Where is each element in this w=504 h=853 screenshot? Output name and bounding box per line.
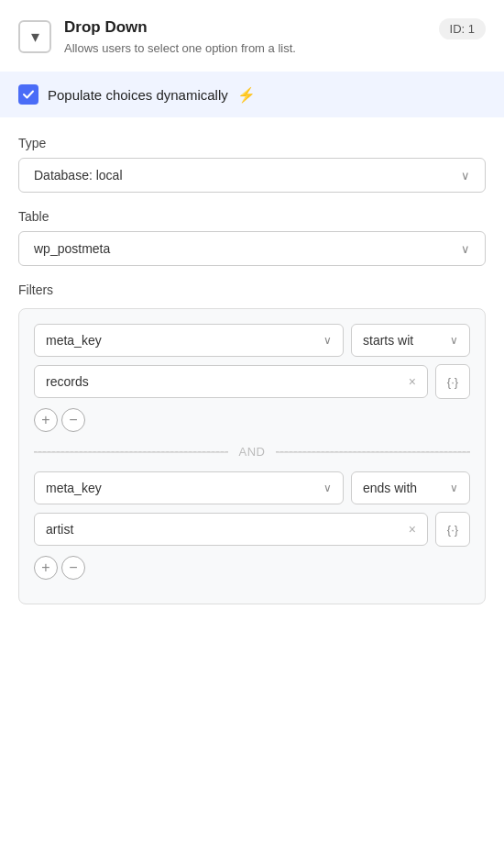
table-select[interactable]: wp_postmeta ∨ [18,231,486,266]
filter-2-operator-chevron: ∨ [450,482,458,494]
filter-2-field-chevron: ∨ [323,482,332,494]
filter-1-top: meta_key ∨ starts wit ∨ [34,324,470,357]
dropdown-symbol: ▾ [31,27,39,47]
filter-2-value-row: artist × {·} [34,512,470,547]
filter-1-input[interactable]: records × [34,365,428,398]
filter-1-field-value: meta_key [46,333,102,348]
filter-2-add-btn[interactable]: + [34,556,58,580]
table-chevron: ∨ [461,242,470,256]
filter-2-input[interactable]: artist × [34,513,428,546]
filter-2-add-remove: + − [34,556,470,580]
filter-2-json-btn[interactable]: {·} [435,512,470,547]
filter-1-operator-value: starts wit [363,333,413,348]
populate-label: Populate choices dynamically [48,87,228,103]
form-section: Type Database: local ∨ Table wp_postmeta… [0,136,504,604]
dropdown-icon: ▾ [18,20,51,53]
filter-2-field-select[interactable]: meta_key ∨ [34,471,344,504]
checkmark-icon [22,88,35,101]
and-label: AND [239,445,266,459]
id-badge: ID: 1 [439,18,486,39]
table-label: Table [18,209,486,224]
type-select[interactable]: Database: local ∨ [18,158,486,193]
filters-container: meta_key ∨ starts wit ∨ records × {·} + … [18,308,486,604]
filter-2-remove-btn[interactable]: − [61,556,85,580]
type-value: Database: local [34,168,123,183]
lightning-icon: ⚡ [237,86,256,104]
table-value: wp_postmeta [34,241,110,256]
populate-checkbox-row[interactable]: Populate choices dynamically ⚡ [0,72,504,117]
type-label: Type [18,136,486,150]
filters-label: Filters [18,282,486,297]
filter-1-json-btn[interactable]: {·} [435,364,470,399]
filter-1-field-select[interactable]: meta_key ∨ [34,324,344,357]
filter-row-2: meta_key ∨ ends with ∨ artist × {·} + − [34,471,470,580]
filter-1-add-remove: + − [34,408,470,432]
filter-2-input-value: artist [46,522,73,537]
filter-1-value-row: records × {·} [34,364,470,399]
filter-row-1: meta_key ∨ starts wit ∨ records × {·} + … [34,324,470,432]
and-divider: AND [34,445,470,459]
header: ▾ Drop Down Allows users to select one o… [0,0,504,72]
filter-1-remove-btn[interactable]: − [61,408,85,432]
filter-1-operator-chevron: ∨ [450,334,458,347]
filter-1-operator-select[interactable]: starts wit ∨ [351,324,470,357]
component-description: Allows users to select one option from a… [64,40,296,57]
filter-1-input-value: records [46,374,89,389]
checkbox-icon[interactable] [18,84,38,105]
filter-1-field-chevron: ∨ [323,334,332,347]
component-title: Drop Down [64,18,296,37]
filter-2-clear[interactable]: × [409,522,416,537]
filter-1-add-btn[interactable]: + [34,408,58,432]
filter-2-top: meta_key ∨ ends with ∨ [34,471,470,504]
type-chevron: ∨ [461,169,470,183]
filter-1-clear[interactable]: × [409,374,416,389]
filter-2-operator-select[interactable]: ends with ∨ [351,471,470,504]
filter-2-field-value: meta_key [46,481,102,495]
filter-2-operator-value: ends with [363,481,417,495]
header-text: Drop Down Allows users to select one opt… [64,18,296,57]
header-left: ▾ Drop Down Allows users to select one o… [18,18,296,57]
